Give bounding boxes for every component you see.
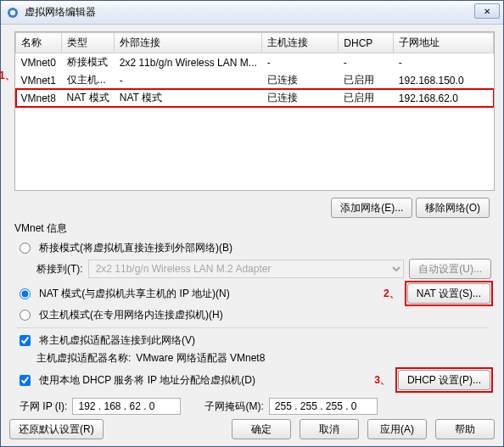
close-button[interactable]: ✕ [474, 3, 500, 19]
label-bridged: 桥接模式(将虚拟机直接连接到外部网络)(B) [39, 241, 232, 255]
label-nat: NAT 模式(与虚拟机共享主机的 IP 地址)(N) [39, 287, 230, 301]
check-use-dhcp[interactable] [20, 375, 31, 386]
radio-bridged[interactable] [20, 243, 31, 254]
label-subnet-mask: 子网掩码(M): [204, 400, 263, 414]
vmnet-info-group: VMnet 信息 桥接模式(将虚拟机直接连接到外部网络)(B) 桥接到(T): … [13, 221, 491, 415]
col-name[interactable]: 名称 [16, 33, 62, 53]
help-button[interactable]: 帮助 [435, 419, 495, 439]
apply-button[interactable]: 应用(A) [367, 419, 427, 439]
host-adapter-name-value: VMware 网络适配器 VMnet8 [136, 351, 265, 366]
nat-settings-button[interactable]: NAT 设置(S)... [407, 283, 490, 304]
radio-nat[interactable] [20, 288, 31, 299]
add-network-button[interactable]: 添加网络(E)... [331, 198, 412, 218]
label-hostonly: 仅主机模式(在专用网络内连接虚拟机)(H) [39, 308, 223, 322]
annotation-1: 1、 [0, 69, 15, 83]
col-subnet[interactable]: 子网地址 [394, 33, 494, 53]
table-row[interactable]: VMnet0 桥接模式 2x2 11b/g/n Wireless LAN M..… [16, 53, 494, 72]
auto-config-button[interactable]: 自动设置(U)... [409, 259, 491, 279]
subnet-mask-input[interactable] [269, 398, 378, 415]
col-type[interactable]: 类型 [62, 33, 115, 53]
subnet-ip-input[interactable] [72, 398, 181, 415]
col-external[interactable]: 外部连接 [115, 33, 262, 53]
network-table-header[interactable]: 名称 类型 外部连接 主机连接 DHCP 子网地址 [16, 33, 494, 53]
network-table[interactable]: 名称 类型 外部连接 主机连接 DHCP 子网地址 VMnet0 桥接模式 2x… [14, 31, 495, 191]
table-row[interactable]: VMnet1 仅主机... - 已连接 已启用 192.168.150.0 [16, 71, 494, 89]
label-bridge-to: 桥接到(T): [36, 262, 83, 277]
bridge-adapter-select[interactable]: 2x2 11b/g/n Wireless LAN M.2 Adapter [88, 260, 405, 278]
label-use-dhcp: 使用本地 DHCP 服务将 IP 地址分配给虚拟机(D) [39, 373, 255, 388]
remove-network-button[interactable]: 移除网络(O) [416, 198, 490, 218]
label-subnet-ip: 子网 IP (I): [20, 400, 67, 414]
col-dhcp[interactable]: DHCP [339, 33, 394, 53]
cancel-button[interactable]: 取消 [300, 419, 359, 439]
app-icon [6, 6, 20, 20]
label-connect-host: 将主机虚拟适配器连接到此网络(V) [39, 333, 195, 348]
vmnet-info-title: VMnet 信息 [14, 221, 491, 236]
svg-point-1 [10, 10, 15, 15]
radio-hostonly[interactable] [20, 310, 31, 321]
annotation-2: 2、 [384, 287, 400, 301]
table-row-selected[interactable]: VMnet8 NAT 模式 NAT 模式 已连接 已启用 192.168.62.… [16, 89, 494, 107]
annotation-3: 3、 [374, 373, 390, 388]
window-titlebar: 虚拟网络编辑器 ✕ [1, 1, 503, 25]
window-title: 虚拟网络编辑器 [25, 5, 96, 20]
ok-button[interactable]: 确定 [232, 419, 291, 439]
dhcp-settings-button[interactable]: DHCP 设置(P)... [398, 370, 490, 390]
col-host[interactable]: 主机连接 [262, 33, 339, 53]
label-host-adapter-name: 主机虚拟适配器名称: [36, 351, 131, 366]
restore-defaults-button[interactable]: 还原默认设置(R) [9, 419, 104, 439]
separator [16, 327, 488, 328]
close-icon: ✕ [484, 7, 490, 16]
check-connect-host[interactable] [20, 335, 31, 346]
